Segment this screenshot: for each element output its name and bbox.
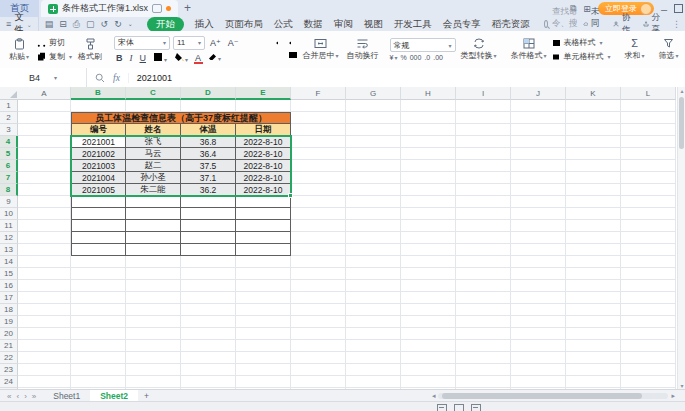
cell[interactable] xyxy=(456,172,511,184)
page-layout-view-icon[interactable] xyxy=(454,404,464,411)
column-header-L[interactable]: L xyxy=(621,87,676,100)
column-header-J[interactable]: J xyxy=(511,87,566,100)
cell[interactable] xyxy=(18,316,71,328)
column-header-C[interactable]: C xyxy=(126,87,181,100)
cell[interactable] xyxy=(18,196,71,208)
table-empty-cell[interactable] xyxy=(236,196,291,208)
cell[interactable] xyxy=(291,160,346,172)
table-empty-cell[interactable] xyxy=(181,220,236,232)
cell[interactable] xyxy=(181,304,236,316)
cell[interactable] xyxy=(621,328,676,340)
align-center-button[interactable] xyxy=(262,51,272,61)
cell[interactable] xyxy=(401,184,456,196)
merge-center-button[interactable]: 合并居中 xyxy=(300,37,342,62)
formula-input[interactable]: 2021001 xyxy=(129,73,172,83)
table-empty-cell[interactable] xyxy=(71,208,126,220)
cell[interactable] xyxy=(456,364,511,376)
cell[interactable] xyxy=(511,292,566,304)
print-icon[interactable]: ⎙ xyxy=(73,17,80,31)
decrease-indent-button[interactable] xyxy=(275,39,285,49)
cell[interactable] xyxy=(126,328,181,340)
cell[interactable] xyxy=(18,220,71,232)
preview-icon[interactable]: ▢ xyxy=(86,17,95,31)
column-header-F[interactable]: F xyxy=(291,87,346,100)
cell[interactable] xyxy=(456,160,511,172)
cell[interactable] xyxy=(291,364,346,376)
cell[interactable] xyxy=(126,280,181,292)
cell[interactable] xyxy=(346,208,401,220)
wrap-text-button[interactable]: 自动换行 xyxy=(344,37,382,62)
cell[interactable] xyxy=(566,352,621,364)
cell[interactable] xyxy=(401,100,456,112)
cell[interactable] xyxy=(71,256,126,268)
cell[interactable] xyxy=(511,172,566,184)
column-header-I[interactable]: I xyxy=(456,87,511,100)
cell[interactable] xyxy=(71,376,126,388)
cell[interactable] xyxy=(291,328,346,340)
table-empty-cell[interactable] xyxy=(126,220,181,232)
cell[interactable] xyxy=(566,196,621,208)
cell[interactable] xyxy=(456,244,511,256)
cell[interactable] xyxy=(511,100,566,112)
table-empty-cell[interactable] xyxy=(181,232,236,244)
table-empty-cell[interactable] xyxy=(71,220,126,232)
column-header-D[interactable]: D xyxy=(181,87,236,100)
cell[interactable] xyxy=(621,292,676,304)
cell[interactable] xyxy=(456,184,511,196)
cell[interactable] xyxy=(401,268,456,280)
cell[interactable] xyxy=(18,244,71,256)
cell[interactable] xyxy=(456,208,511,220)
output-icon[interactable]: ⊟ xyxy=(59,17,67,31)
table-empty-cell[interactable] xyxy=(181,208,236,220)
row-header-23[interactable]: 23 xyxy=(0,364,18,376)
cell[interactable] xyxy=(71,352,126,364)
cell[interactable] xyxy=(236,304,291,316)
cell[interactable] xyxy=(621,304,676,316)
table-data-cell[interactable]: 孙小圣 xyxy=(126,172,181,184)
column-header-A[interactable]: A xyxy=(18,87,71,100)
cell[interactable] xyxy=(71,280,126,292)
row-header-17[interactable]: 17 xyxy=(0,292,18,304)
ribbon-tab-7[interactable]: 视图 xyxy=(364,18,383,31)
cell[interactable] xyxy=(401,280,456,292)
underline-button[interactable]: U xyxy=(138,53,149,63)
cell[interactable] xyxy=(18,136,71,148)
cell[interactable] xyxy=(401,112,456,124)
cell[interactable] xyxy=(291,316,346,328)
cell[interactable] xyxy=(511,316,566,328)
scroll-up-icon[interactable]: ▴ xyxy=(678,87,685,94)
table-data-cell[interactable]: 36.2 xyxy=(181,184,236,196)
cell[interactable] xyxy=(18,376,71,388)
cell[interactable] xyxy=(291,268,346,280)
cell[interactable] xyxy=(71,328,126,340)
cell[interactable] xyxy=(456,352,511,364)
cell[interactable] xyxy=(291,304,346,316)
first-sheet-icon[interactable]: « xyxy=(7,392,11,401)
cell[interactable] xyxy=(621,148,676,160)
table-data-cell[interactable]: 赵二 xyxy=(126,160,181,172)
cell[interactable] xyxy=(621,340,676,352)
new-document-tab-button[interactable]: + xyxy=(184,0,191,17)
cell[interactable] xyxy=(511,364,566,376)
scroll-down-icon[interactable]: ▾ xyxy=(678,382,685,389)
cell[interactable] xyxy=(126,364,181,376)
cell[interactable] xyxy=(291,100,346,112)
cell[interactable] xyxy=(346,280,401,292)
cell[interactable] xyxy=(18,352,71,364)
cell[interactable] xyxy=(456,124,511,136)
align-middle-button[interactable] xyxy=(262,39,272,49)
cell[interactable] xyxy=(566,220,621,232)
ribbon-tab-8[interactable]: 开发工具 xyxy=(394,18,432,31)
cell[interactable] xyxy=(346,160,401,172)
cell[interactable] xyxy=(346,136,401,148)
table-empty-cell[interactable] xyxy=(236,244,291,256)
cell[interactable] xyxy=(566,208,621,220)
cell[interactable] xyxy=(566,280,621,292)
cell[interactable] xyxy=(126,268,181,280)
cell[interactable] xyxy=(621,256,676,268)
cell[interactable] xyxy=(511,136,566,148)
type-convert-button[interactable]: 类型转换 xyxy=(458,37,500,62)
table-data-cell[interactable]: 马云 xyxy=(126,148,181,160)
cell[interactable] xyxy=(236,100,291,112)
column-header-E[interactable]: E xyxy=(236,87,291,100)
